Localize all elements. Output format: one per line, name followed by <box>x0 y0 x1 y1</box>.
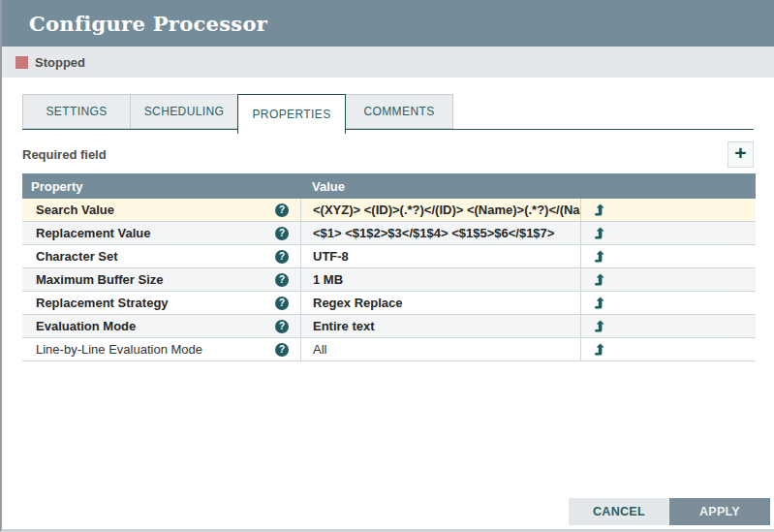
dialog-titlebar: Configure Processor <box>2 0 774 47</box>
property-name: Evaluation Mode <box>36 319 275 333</box>
action-cell <box>580 222 756 244</box>
property-cell: Maximum Buffer Size ? <box>22 268 300 291</box>
action-cell <box>580 268 756 291</box>
property-cell: Line-by-Line Evaluation Mode ? <box>22 338 300 360</box>
cancel-button[interactable]: CANCEL <box>569 498 669 525</box>
dialog-content: SETTINGS SCHEDULING PROPERTIES COMMENTS … <box>2 94 774 361</box>
status-bar: Stopped <box>2 47 774 78</box>
table-row[interactable]: Character Set ? UTF-8 <box>22 245 756 268</box>
action-cell <box>580 245 756 267</box>
tab-settings[interactable]: SETTINGS <box>22 94 131 129</box>
table-header: Property Value <box>22 173 756 199</box>
dialog-title: Configure Processor <box>29 12 267 36</box>
table-row[interactable]: Replacement Value ? <$1> <$1$2>$3</$1$4>… <box>22 222 756 245</box>
property-name: Replacement Strategy <box>36 296 275 310</box>
property-value[interactable]: Regex Replace <box>300 292 580 314</box>
property-value[interactable]: <$1> <$1$2>$3</$1$4> <$1$5>$6</$1$7> <box>300 222 580 244</box>
property-cell: Evaluation Mode ? <box>22 315 300 337</box>
level-up-arrow-icon[interactable] <box>594 203 605 216</box>
add-property-button[interactable]: + <box>728 141 754 168</box>
property-name: Replacement Value <box>36 226 275 240</box>
property-name: Maximum Buffer Size <box>36 272 275 287</box>
property-name: Search Value <box>36 203 275 217</box>
level-up-arrow-icon[interactable] <box>594 227 605 239</box>
help-icon[interactable]: ? <box>275 203 289 217</box>
table-row[interactable]: Evaluation Mode ? Entire text <box>22 315 756 338</box>
property-cell: Search Value ? <box>22 199 300 221</box>
property-cell: Replacement Value ? <box>22 222 300 244</box>
property-value[interactable]: All <box>300 338 580 360</box>
table-row[interactable]: Search Value ? <(XYZ)> <(ID)>(.*?)</(ID)… <box>22 199 756 222</box>
property-value[interactable]: 1 MB <box>300 268 580 291</box>
status-label: Stopped <box>35 55 85 70</box>
required-field-label: Required field <box>22 147 107 162</box>
property-value[interactable]: <(XYZ)> <(ID)>(.*?)</(ID)> <(Name)>(.*?)… <box>300 199 580 221</box>
configure-processor-dialog: Configure Processor Stopped SETTINGS SCH… <box>0 0 774 532</box>
level-up-arrow-icon[interactable] <box>594 297 605 309</box>
help-icon[interactable]: ? <box>275 227 289 240</box>
dialog-footer: CANCEL APPLY <box>569 498 770 525</box>
help-icon[interactable]: ? <box>275 250 289 264</box>
tab-bar: SETTINGS SCHEDULING PROPERTIES COMMENTS <box>22 94 754 134</box>
properties-table: Property Value Search Value ? <(XYZ)> <(… <box>22 173 756 361</box>
action-cell <box>580 315 756 337</box>
add-icon: + <box>734 142 746 163</box>
help-icon[interactable]: ? <box>275 343 289 357</box>
apply-button[interactable]: APPLY <box>669 498 770 525</box>
properties-toolbar: Required field + <box>22 135 754 173</box>
stopped-status-icon <box>15 56 28 69</box>
property-name: Line-by-Line Evaluation Mode <box>36 342 275 357</box>
action-cell <box>580 338 756 360</box>
table-row[interactable]: Replacement Strategy ? Regex Replace <box>22 292 756 315</box>
help-icon[interactable]: ? <box>275 297 289 310</box>
help-icon[interactable]: ? <box>275 273 289 287</box>
level-up-arrow-icon[interactable] <box>594 250 605 263</box>
column-header-property: Property <box>22 179 300 194</box>
action-cell <box>580 292 756 314</box>
table-row[interactable]: Maximum Buffer Size ? 1 MB <box>22 268 756 292</box>
level-up-arrow-icon[interactable] <box>594 320 605 332</box>
column-header-value: Value <box>300 179 580 194</box>
property-cell: Character Set ? <box>22 245 300 267</box>
tab-comments[interactable]: COMMENTS <box>345 94 453 129</box>
property-name: Character Set <box>36 249 275 264</box>
property-cell: Replacement Strategy ? <box>22 292 300 314</box>
level-up-arrow-icon[interactable] <box>594 273 605 286</box>
tab-scheduling[interactable]: SCHEDULING <box>130 94 238 129</box>
property-value[interactable]: UTF-8 <box>300 245 580 267</box>
properties-table-body: Search Value ? <(XYZ)> <(ID)>(.*?)</(ID)… <box>22 199 756 361</box>
property-value[interactable]: Entire text <box>300 315 580 337</box>
level-up-arrow-icon[interactable] <box>594 343 605 356</box>
tab-properties[interactable]: PROPERTIES <box>237 94 346 134</box>
table-row[interactable]: Line-by-Line Evaluation Mode ? All <box>22 338 756 361</box>
help-icon[interactable]: ? <box>275 320 289 333</box>
action-cell <box>580 199 756 221</box>
